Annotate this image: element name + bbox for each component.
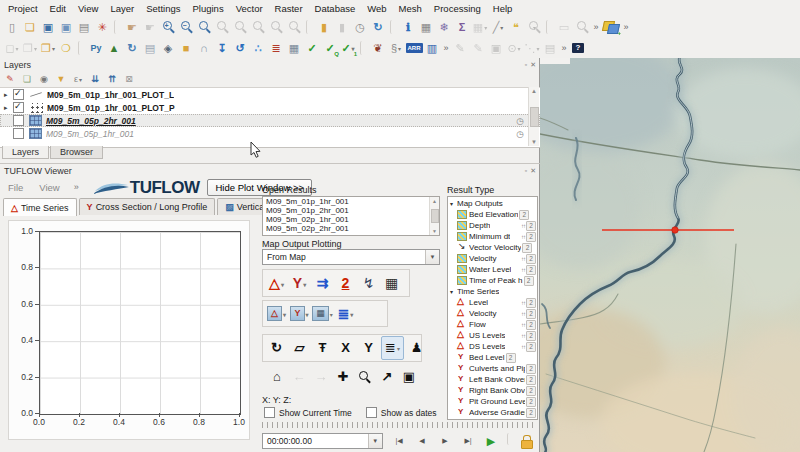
layer-tips-icon[interactable]: ❍ [57, 39, 75, 57]
skip-to-start-button[interactable]: |◀ [389, 433, 409, 449]
menu-item[interactable]: Edit [44, 3, 72, 14]
zoom-next-icon[interactable] [285, 18, 303, 36]
profile-plot-icon[interactable]: ♟ [406, 337, 427, 359]
show-current-time-checkbox[interactable]: Show Current Time [264, 407, 352, 418]
toolbar-separator[interactable] [78, 41, 84, 55]
secondary-axis-badge[interactable]: 2 [526, 298, 536, 308]
play-button[interactable]: ▶ [481, 433, 501, 449]
menu-item[interactable]: Project [2, 3, 44, 14]
max-toggle-icon[interactable]: ↑↑ [521, 267, 525, 273]
menu-item[interactable]: View [72, 3, 104, 14]
tree-item-water-level[interactable]: Water Level ↑↑ 2 [448, 264, 537, 275]
zoom-to-layer-icon[interactable] [231, 18, 249, 36]
batch-plot-icon[interactable]: ▦ [312, 303, 333, 325]
secondary-axis-badge[interactable]: 2 [526, 408, 536, 418]
save-project-icon[interactable]: ▣ [39, 18, 57, 36]
menu-overflow-chevron[interactable]: » [74, 182, 79, 192]
layer-row-plot-p[interactable]: ▸ M09_5m_01p_1hr_001_PLOT_P [0, 101, 540, 114]
show-as-dates-checkbox[interactable]: Show as dates [366, 407, 437, 418]
pan-map-icon[interactable]: ☛ [123, 18, 141, 36]
add-layer-icon[interactable]: + [601, 18, 621, 36]
check-1-icon[interactable]: ✓1 [339, 39, 357, 57]
plot-home-icon[interactable]: ⌂ [267, 368, 287, 386]
max-toggle-icon[interactable]: ↑↑ [521, 311, 525, 317]
secondary-axis-badge[interactable]: 2 [522, 243, 532, 253]
3d-box-icon[interactable]: ■ [177, 39, 195, 57]
layer-visibility-checkbox[interactable] [13, 115, 24, 126]
time-slider[interactable] [262, 422, 536, 428]
collapse-all-icon[interactable]: ⇈ [104, 72, 120, 87]
plot-flux-secondary-icon[interactable]: ↯ [358, 272, 379, 294]
secondary-axis-badge[interactable]: 2 [526, 265, 536, 275]
max-toggle-icon[interactable]: ↑↑ [521, 234, 525, 240]
filter-expression-icon[interactable]: ε [70, 72, 86, 87]
manage-map-themes-icon[interactable]: ◉ [36, 72, 52, 87]
legend-toggle-icon[interactable]: ≣ [381, 336, 404, 360]
show-bookmarks-icon[interactable]: ▮ [333, 18, 351, 36]
toolbar-overflow-chevron[interactable]: » [621, 18, 631, 36]
float-panel-icon[interactable]: ▫ [525, 166, 527, 175]
secondary-axis-badge[interactable]: 2 [526, 386, 536, 396]
max-toggle-icon[interactable]: ↑↑ [521, 223, 525, 229]
layer-row-05p-2hr[interactable]: M09_5m_05p_2hr_001 [0, 114, 540, 127]
terrain-icon[interactable]: ▲ [105, 39, 123, 57]
secondary-axis-badge[interactable]: 2 [524, 276, 534, 286]
tree-item-adverse-gradients[interactable]: Adverse Gradients 2 [448, 407, 537, 418]
menu-item[interactable]: Web [361, 3, 392, 14]
plot-options-menu-icon[interactable]: ≣ [335, 303, 356, 325]
layer-visibility-checkbox[interactable] [13, 89, 24, 100]
log-scroll-icon[interactable]: ▤ [141, 39, 159, 57]
max-toggle-icon[interactable]: ↑↑ [521, 256, 525, 262]
map-tips-icon[interactable]: ❝ [507, 18, 525, 36]
zoom-native-icon[interactable] [249, 18, 267, 36]
save-layer-edits-icon[interactable]: ▣ [487, 39, 505, 57]
tab-time-series[interactable]: △ Time Series [3, 198, 77, 216]
reload-data-icon[interactable]: ↺ [231, 39, 249, 57]
layers-scrollbar[interactable]: ▲ ▼ [528, 87, 539, 146]
step-back-button[interactable]: ◀ [412, 433, 432, 449]
measure-icon[interactable]: ╱ [489, 18, 507, 36]
time-combo[interactable]: 00:00:00.00 ▼ [262, 433, 383, 449]
toolbar-separator[interactable] [390, 20, 396, 34]
expand-all-icon[interactable]: ⇊ [87, 72, 103, 87]
checkbox[interactable] [366, 407, 377, 418]
toolbar-separator[interactable] [360, 41, 366, 55]
open-results-scrollbar[interactable]: ▲ ▼ [429, 197, 439, 235]
zoom-to-selection-icon[interactable] [213, 18, 231, 36]
secondary-axis-badge[interactable]: 2 [526, 254, 536, 264]
toolbar-separator[interactable] [306, 20, 312, 34]
import-results-icon[interactable]: ↧ [213, 39, 231, 57]
tree-item-culverts-and-pipes[interactable]: Culverts and Pipes 2 [448, 363, 537, 374]
python-console-icon[interactable]: Py [87, 39, 105, 57]
secondary-axis-badge[interactable]: 2 [526, 320, 536, 330]
secondary-axis-badge[interactable]: 2 [526, 232, 536, 242]
pan-to-selection-icon[interactable]: ☛ [141, 18, 159, 36]
lock-axis-button[interactable] [518, 433, 538, 449]
layer-visibility-checkbox[interactable] [13, 102, 24, 113]
arr-mascot-icon[interactable]: ❦ [369, 39, 387, 57]
tree-item-vector-velocity[interactable]: Vector Velocity 2 [448, 242, 537, 253]
pipes-plot-icon[interactable]: Ŧ [312, 337, 333, 359]
secondary-axis-badge[interactable]: 2 [526, 221, 536, 231]
zoom-in-icon[interactable]: + [159, 18, 177, 36]
new-bookmark-icon[interactable]: ▮ [315, 18, 333, 36]
tree-item-velocity[interactable]: Velocity ↑↑ 2 [448, 253, 537, 264]
open-layer-styling-icon[interactable]: ✎ [2, 72, 18, 87]
plot-back-icon[interactable]: ← [289, 368, 309, 386]
open-result-item[interactable]: M09_5m_05p_1hr_001 [263, 233, 439, 236]
map-export-icon[interactable]: ▦ [285, 39, 303, 57]
scroll-up-icon[interactable]: ▲ [432, 198, 437, 204]
scroll-down-icon[interactable]: ▼ [432, 228, 437, 234]
vertex-tool-icon[interactable]: ⋱ [523, 39, 541, 57]
manual-book-icon[interactable]: ▥ [423, 39, 441, 57]
refresh-map-icon[interactable]: ↻ [369, 18, 387, 36]
scroll-up-icon[interactable]: ▲ [531, 88, 537, 94]
layer-visibility-checkbox[interactable] [13, 128, 24, 139]
current-edits-icon[interactable]: ✎ [451, 39, 469, 57]
layer-row-05p-1hr[interactable]: M09_5m_05p_1hr_001 [0, 127, 540, 140]
skip-to-end-button[interactable]: ▶| [458, 433, 478, 449]
toolbar-overflow-chevron[interactable]: » [591, 18, 601, 36]
table-tools-icon[interactable]: ▦ [471, 18, 489, 36]
map-timeseries-icon[interactable]: △ [266, 303, 287, 325]
tree-item-time-of-peak-h[interactable]: Time of Peak h 2 [448, 275, 537, 286]
